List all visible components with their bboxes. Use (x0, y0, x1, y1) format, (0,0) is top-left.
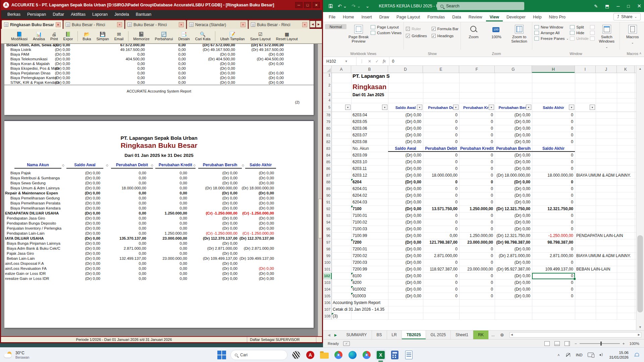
ruler-checkbox[interactable]: ✓Ruler (406, 27, 427, 31)
menu-item[interactable]: Aktifitas (68, 11, 89, 18)
cell-account-number[interactable]: 6203.05 (351, 119, 388, 125)
menu-item[interactable]: Bantuan (133, 11, 155, 18)
cell-saldo-awal[interactable]: (Dr) 0,00 (388, 293, 423, 299)
menu-item[interactable]: Laporan (89, 11, 111, 18)
taskbar-app-notes[interactable] (404, 350, 414, 360)
cell-a[interactable] (332, 159, 351, 165)
cell-account-number[interactable]: 910003 (351, 293, 388, 299)
cell-account-number[interactable]: 7200.01 (351, 246, 388, 252)
row-number[interactable]: 97 (323, 239, 332, 246)
cell-account-number[interactable] (351, 313, 388, 319)
grid-row[interactable]: 99 7200.02 (Dr) 0,00 2.871.000,00 0 (Dr)… (323, 253, 636, 259)
grid-row[interactable]: 92 7100 (Dr) 0,00 13.571.750,00 1.250.00… (323, 206, 636, 213)
column-header[interactable]: J (596, 66, 617, 73)
filter-dropdown-icon[interactable]: ▼ (590, 105, 595, 110)
col-header-saldo-akhir[interactable]: Saldo Akhir (245, 163, 276, 169)
cell-perubahan-debit[interactable]: 0 (423, 246, 459, 252)
notification-bell-icon[interactable] (634, 352, 639, 358)
page-layout-button[interactable]: Page Layout (371, 25, 401, 29)
cell-perubahan-debit[interactable]: 0 (423, 152, 459, 159)
synchronous-scrolling-icon[interactable] (590, 31, 595, 35)
cell-saldo-awal[interactable]: (Dr) 0,00 (388, 253, 423, 259)
normal-view-icon[interactable] (544, 341, 550, 346)
cell-account-label[interactable] (575, 159, 596, 165)
grid-row[interactable]: 89 6204.01 (Dr) 0,00 0 0 (Dr) 0,00 0 (323, 186, 636, 192)
cell-a[interactable] (332, 246, 351, 252)
report-tab[interactable]: Buku Besar - Rinci ✕ (63, 20, 124, 29)
cell-perubahan-bersih[interactable]: (Dr) 0,00 (495, 139, 532, 145)
cell-perubahan-kredit[interactable] (459, 306, 495, 313)
tab-scroll-right-icon[interactable]: ▶ (316, 21, 321, 27)
cell-saldo-awal[interactable]: (Dr) 0,00 (388, 139, 423, 145)
row-number[interactable]: 82 (323, 139, 332, 145)
cell-account-label[interactable]: BIAYA UMUM & ADM LAINNY. (575, 172, 596, 179)
cell-perubahan-bersih[interactable]: (Dr) 2.871.000,00 (495, 253, 532, 259)
cell-account-label[interactable] (575, 246, 596, 252)
do-not-disturb-icon[interactable] (565, 352, 571, 358)
cell-account-label[interactable] (575, 199, 596, 205)
accessibility-icon[interactable]: ✓ (343, 341, 350, 346)
cell-perubahan-kredit[interactable]: 0 (459, 226, 495, 232)
cell-saldo-awal[interactable]: (Dr) 0,00 (388, 219, 423, 226)
cell-perubahan-debit[interactable]: 118.927.387,00 (423, 266, 459, 273)
undo-icon[interactable]: ↶ ⌄ (338, 3, 347, 9)
report-tab[interactable]: Neraca (Standar) ✕ (187, 20, 248, 29)
cell-perubahan-bersih[interactable]: Perubahan Bersih (495, 145, 532, 152)
cell-perubahan-debit[interactable]: 0 (423, 139, 459, 145)
cell-perubahan-kredit[interactable]: 1.250.000,00 (459, 233, 495, 239)
row-number[interactable]: 89 (323, 186, 332, 192)
cell-saldo-awal[interactable]: (Dr) 0,00 (388, 206, 423, 212)
cell-perubahan-bersih[interactable]: (Dr) 12.321.750,00 (495, 233, 532, 239)
cell-saldo-awal[interactable]: (Dr) 0,00 (388, 280, 423, 286)
cell-saldo-akhir[interactable]: 0 (532, 112, 575, 118)
cell-account-label[interactable] (575, 119, 596, 125)
cell-account-number[interactable]: 6204 (351, 179, 388, 185)
cell-perubahan-kredit[interactable]: 1.250.000,00 (459, 206, 495, 212)
cell-account-number[interactable]: 7100.99 (351, 233, 388, 239)
tab-close-icon[interactable]: ✕ (56, 22, 61, 27)
cell-perubahan-debit[interactable]: 0 (423, 112, 459, 118)
toolbar-button[interactable]: 📝 Ubah Tampilan (215, 31, 247, 41)
cell-saldo-akhir[interactable]: 0 (532, 179, 575, 185)
cell-perubahan-kredit[interactable]: 23.000.000,00 (459, 239, 495, 246)
cell-a[interactable] (332, 233, 351, 239)
cell-saldo-awal[interactable]: (Dr) 0,00 (388, 159, 423, 165)
cell-saldo-awal[interactable]: (Dr) 0,00 (388, 119, 423, 125)
cell-saldo-awal[interactable]: (Dr) 0,00 (388, 246, 423, 252)
zoom-slider[interactable]: − + (575, 342, 625, 346)
toolbar-button[interactable]: 💾 Simpan (94, 31, 111, 41)
sheet-nav-right-icon[interactable]: ▶ (334, 333, 337, 337)
cell-perubahan-bersih[interactable]: (Dr) 0,00 (495, 293, 532, 299)
cell-account-label[interactable] (575, 286, 596, 293)
cell-perubahan-debit[interactable]: 2.871.000,00 (423, 253, 459, 259)
cell-perubahan-debit[interactable]: 0,00 (423, 233, 459, 239)
toolbar-button[interactable]: 📘 Modifikasi (8, 31, 30, 41)
grid-row[interactable]: 102 8100 (Dr) 0,00 0 0 (Dr) 0,00 0 (323, 273, 636, 280)
cell-perubahan-kredit[interactable]: 0 (459, 280, 495, 286)
cell-saldo-awal[interactable]: (Dr) 0,00 (388, 112, 423, 118)
grid-row[interactable]: 93 7100.01 (Dr) 0,00 0 0 (Dr) 0,00 0 (323, 213, 636, 219)
row-number[interactable]: 85 (323, 159, 332, 165)
grid-row[interactable]: 108 (3) (323, 313, 636, 320)
menu-item[interactable]: Daftar (50, 11, 67, 18)
cell-a[interactable] (332, 253, 351, 259)
cell-perubahan-debit[interactable]: 0 (423, 186, 459, 192)
cell-a[interactable] (332, 139, 351, 145)
cell-perubahan-debit[interactable]: 13.571.750,00 (423, 206, 459, 212)
column-header[interactable]: F (459, 66, 495, 73)
cell-saldo-akhir[interactable]: 0 (532, 166, 575, 172)
col-header-saldo-awal[interactable]: Saldo Awal (66, 163, 103, 169)
row-number[interactable]: 2 (323, 83, 332, 92)
redo-icon[interactable]: ↷ ⌄ (352, 3, 361, 9)
cell-saldo-akhir[interactable]: 0 (532, 259, 575, 266)
cell-perubahan-bersih[interactable]: (Dr) 12.321.750,00 (495, 206, 532, 212)
cell-perubahan-bersih[interactable]: (Dr) 95.927.387,00 (495, 266, 532, 273)
row-number[interactable]: 88 (323, 179, 332, 185)
cell-account-label[interactable] (575, 259, 596, 266)
sheet-tab[interactable]: RK (473, 330, 489, 339)
cell-perubahan-bersih[interactable]: (Dr) 0,00 (495, 179, 532, 185)
save-icon[interactable] (328, 4, 333, 8)
cell-perubahan-kredit[interactable]: 0 (459, 152, 495, 159)
filter-cell-a[interactable]: ▼ (332, 103, 351, 112)
ribbon-tab[interactable]: Review (465, 13, 486, 21)
